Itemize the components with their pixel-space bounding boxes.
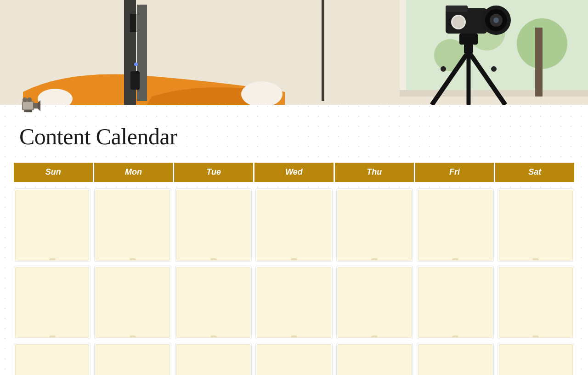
calendar-cell[interactable] [94, 343, 171, 375]
calendar-cell[interactable] [336, 188, 413, 262]
svg-rect-14 [130, 71, 140, 90]
svg-rect-32 [23, 102, 33, 109]
calendar-header-row: Sun Mon Tue Wed Thu Fri Sat [14, 163, 574, 182]
calendar-cell[interactable] [175, 266, 252, 339]
calendar-cell[interactable] [94, 266, 171, 339]
svg-rect-7 [535, 28, 543, 97]
svg-rect-12 [130, 14, 136, 32]
svg-point-36 [27, 97, 32, 102]
day-header-mon: Mon [94, 163, 173, 182]
day-header-fri: Fri [415, 163, 494, 182]
svg-point-13 [134, 62, 138, 66]
svg-rect-17 [446, 6, 468, 12]
svg-rect-37 [24, 110, 32, 112]
calendar-cell[interactable] [336, 266, 413, 339]
day-header-sun: Sun [14, 163, 93, 182]
svg-point-21 [493, 17, 499, 23]
day-header-wed: Wed [254, 163, 334, 182]
calendar-cell[interactable] [14, 188, 90, 262]
calendar-cell[interactable] [498, 266, 574, 339]
svg-rect-2 [400, 0, 406, 97]
day-header-thu: Thu [335, 163, 414, 182]
calendar-cell[interactable] [498, 188, 574, 262]
calendar-cell[interactable] [255, 266, 332, 339]
calendar-grid [14, 188, 574, 375]
calendar-cell[interactable] [336, 343, 413, 375]
calendar-cell[interactable] [417, 266, 493, 339]
svg-point-35 [23, 97, 27, 102]
calendar-cell[interactable] [498, 343, 574, 375]
svg-marker-34 [38, 100, 40, 111]
calendar-cell[interactable] [175, 343, 252, 375]
day-header-tue: Tue [174, 163, 253, 182]
calendar-cell[interactable] [14, 266, 90, 339]
svg-point-30 [491, 66, 497, 72]
calendar: Sun Mon Tue Wed Thu Fri Sat [14, 163, 574, 375]
calendar-cell[interactable] [94, 188, 171, 262]
calendar-cell[interactable] [417, 343, 493, 375]
calendar-cell[interactable] [175, 188, 252, 262]
video-camera-icon [19, 94, 41, 116]
svg-point-23 [452, 16, 464, 28]
hero-illustration [0, 0, 588, 105]
page-title: Content Calendar [19, 123, 588, 150]
calendar-cell[interactable] [255, 343, 332, 375]
hero-image [0, 0, 588, 105]
svg-rect-24 [459, 34, 478, 45]
calendar-cell[interactable] [14, 343, 90, 375]
calendar-cell[interactable] [417, 188, 493, 262]
day-header-sat: Sat [495, 163, 574, 182]
calendar-cell[interactable] [255, 188, 332, 262]
svg-point-29 [441, 66, 446, 72]
svg-rect-33 [33, 103, 38, 108]
svg-rect-15 [322, 0, 324, 101]
